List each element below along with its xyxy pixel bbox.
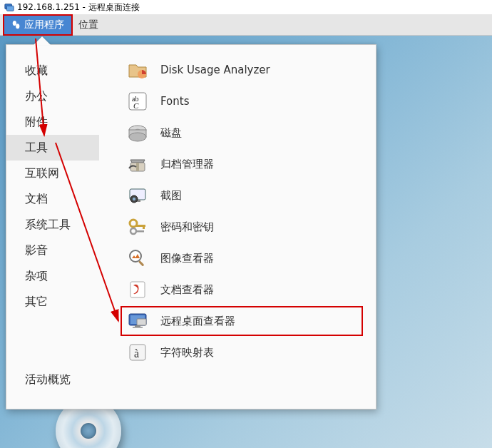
window-titlebar: 192.168.1.251 - 远程桌面连接	[0, 0, 492, 14]
svg-point-2	[13, 20, 16, 25]
app-label: Disk Usage Analyzer	[160, 63, 270, 76]
category-internet[interactable]: 互联网	[6, 161, 99, 186]
app-fonts[interactable]: abC Fonts	[121, 86, 363, 116]
app-disks[interactable]: 磁盘	[121, 118, 363, 148]
app-screenshot[interactable]: 截图	[121, 180, 363, 210]
app-label: 远程桌面查看器	[160, 315, 235, 328]
evince-icon	[128, 280, 148, 300]
archive-icon	[128, 154, 148, 174]
app-label: 磁盘	[160, 126, 182, 140]
character-map-icon: à	[128, 342, 148, 362]
camera-monitor-icon	[128, 185, 148, 205]
app-disk-usage-analyzer[interactable]: Disk Usage Analyzer	[121, 55, 363, 85]
window-title: 192.168.1.251 - 远程桌面连接	[17, 1, 140, 14]
category-accessories[interactable]: 附件	[6, 109, 99, 135]
app-label: 截图	[160, 189, 182, 203]
svg-rect-29	[133, 327, 143, 328]
svg-rect-24	[138, 260, 144, 266]
fonts-icon: abC	[128, 91, 148, 111]
app-passwords-keys[interactable]: 密码和密钥	[121, 212, 363, 242]
category-list: 收藏 办公 附件 工具 互联网 文档 系统工具 影音 杂项 其它	[6, 58, 99, 365]
svg-text:C: C	[133, 101, 139, 110]
category-tools[interactable]: 工具	[6, 135, 99, 161]
svg-rect-22	[135, 230, 144, 233]
applications-menu-panel: 收藏 办公 附件 工具 互联网 文档 系统工具 影音 杂项 其它 活动概览 Di…	[6, 44, 376, 409]
category-systemtools[interactable]: 系统工具	[6, 212, 99, 238]
svg-rect-13	[136, 163, 139, 171]
category-multimedia[interactable]: 影音	[6, 238, 99, 263]
harddrive-icon	[128, 123, 148, 143]
svg-rect-1	[7, 6, 14, 11]
svg-rect-30	[137, 319, 146, 325]
category-other[interactable]: 其它	[6, 289, 99, 315]
category-favorites[interactable]: 收藏	[6, 58, 99, 83]
topbar-locations[interactable]: 位置	[73, 16, 104, 34]
rdp-icon	[4, 2, 14, 12]
app-label: 字符映射表	[160, 346, 214, 360]
app-archive-manager[interactable]: 归档管理器	[121, 149, 363, 179]
keys-icon	[128, 217, 148, 237]
gnome-topbar: 应用程序 位置	[0, 14, 492, 36]
svg-point-17	[133, 198, 135, 200]
category-column: 收藏 办公 附件 工具 互联网 文档 系统工具 影音 杂项 其它 活动概览	[6, 45, 99, 409]
svg-rect-20	[143, 225, 145, 229]
app-document-viewer[interactable]: 文档查看器	[121, 275, 363, 305]
remote-desktop-icon	[128, 311, 148, 331]
svg-point-23	[130, 250, 141, 262]
footprint-icon	[11, 20, 21, 30]
svg-point-21	[130, 228, 136, 234]
app-remote-desktop-viewer[interactable]: 远程桌面查看器	[121, 306, 363, 336]
svg-text:à: à	[134, 347, 139, 360]
svg-point-3	[16, 24, 19, 29]
category-office[interactable]: 办公	[6, 83, 99, 109]
app-label: 归档管理器	[160, 158, 214, 171]
folder-chart-icon	[128, 60, 148, 80]
topbar-applications-label: 应用程序	[24, 19, 64, 31]
magnifier-image-icon	[128, 248, 148, 268]
app-label: Fonts	[160, 95, 189, 108]
app-image-viewer[interactable]: 图像查看器	[121, 243, 363, 273]
app-character-map[interactable]: à 字符映射表	[121, 337, 363, 367]
app-label: 文档查看器	[160, 283, 214, 297]
activities-overview[interactable]: 活动概览	[6, 365, 99, 400]
svg-point-11	[129, 133, 146, 141]
app-label: 密码和密钥	[160, 220, 214, 234]
app-label: 图像查看器	[160, 252, 214, 265]
category-documents[interactable]: 文档	[6, 186, 99, 212]
category-sundry[interactable]: 杂项	[6, 263, 99, 289]
topbar-applications[interactable]: 应用程序	[3, 14, 73, 36]
apps-column: Disk Usage Analyzer abC Fonts 磁盘 归档管理器	[99, 45, 376, 409]
topbar-locations-label: 位置	[78, 19, 98, 31]
